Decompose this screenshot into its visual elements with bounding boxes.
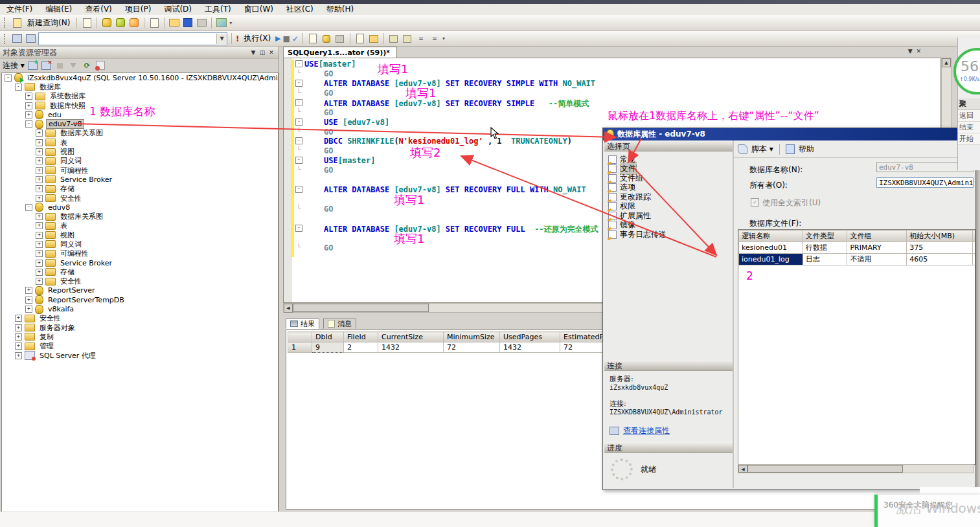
tree-item-服务器对象[interactable]: +服务器对象 xyxy=(2,323,278,332)
tree-item-同义词[interactable]: +同义词 xyxy=(2,157,278,166)
tree-item-管理[interactable]: +管理 xyxy=(2,342,278,351)
results-grid[interactable]: DbIdFileIdCurrentSizeMinimumSizeUsedPage… xyxy=(288,331,630,353)
expand-icon[interactable]: + xyxy=(25,111,32,118)
expand-icon[interactable]: + xyxy=(36,167,43,174)
query-options-icon[interactable] xyxy=(307,33,319,44)
expand-icon[interactable]: + xyxy=(25,306,32,313)
tree-item-service-broker[interactable]: +Service Broker xyxy=(2,258,278,267)
expand-icon[interactable]: + xyxy=(36,250,43,257)
expand-icon[interactable]: + xyxy=(36,213,43,220)
files-column-header[interactable]: 逻辑名称 xyxy=(739,230,803,242)
script-button[interactable]: 脚本 ▾ xyxy=(751,144,773,155)
menu-item[interactable]: 社区(C) xyxy=(280,3,320,16)
fold-icon[interactable]: - xyxy=(295,60,302,67)
tree-item-表[interactable]: +表 xyxy=(2,221,278,230)
files-column-header[interactable]: 文件组 xyxy=(847,230,907,242)
tree-item-sql-server-代理[interactable]: +SQL Server 代理 xyxy=(2,351,278,360)
files-column-header[interactable]: 自动增长 xyxy=(972,230,975,242)
tree-item-存储[interactable]: +存储 xyxy=(2,185,278,194)
expand-icon[interactable]: + xyxy=(36,139,43,146)
save-icon[interactable] xyxy=(182,17,194,28)
results-column-header[interactable]: FileId xyxy=(344,332,378,342)
expand-icon[interactable]: + xyxy=(25,93,32,100)
expand-icon[interactable]: + xyxy=(36,269,43,276)
results-tab[interactable]: 结果 xyxy=(286,319,319,329)
expand-icon[interactable]: + xyxy=(25,102,32,109)
toolbar-overflow-chevron[interactable]: ▾ xyxy=(442,36,445,41)
dialog-page-事务日志传送[interactable]: 事务日志传送 xyxy=(606,230,731,240)
results-row[interactable]: 192143272143272 xyxy=(288,342,630,353)
fold-icon[interactable]: - xyxy=(295,80,302,87)
tree-item-eduv8[interactable]: -eduv8 xyxy=(2,203,278,212)
stop-icon[interactable]: ■ xyxy=(283,34,290,43)
expand-icon[interactable]: + xyxy=(15,315,22,322)
tree-item-安全性[interactable]: +安全性 xyxy=(2,194,278,203)
panel-dropdown-icon[interactable]: ▼ xyxy=(249,49,258,56)
panel-close-icon[interactable]: ✕ xyxy=(267,49,276,56)
files-grid-horizontal-scrollbar[interactable]: ◀ xyxy=(738,464,974,473)
expand-icon[interactable]: - xyxy=(25,120,32,128)
fold-icon[interactable]: - xyxy=(295,225,302,232)
menu-item[interactable]: 查看(V) xyxy=(78,3,119,16)
new-document-icon[interactable] xyxy=(148,17,160,28)
view-connection-properties-link[interactable]: 查看连接属性 xyxy=(623,427,670,435)
messages-tab[interactable]: 消息 xyxy=(323,319,356,329)
tree-item-数据库快照[interactable]: +数据库快照 xyxy=(2,101,278,110)
comment-icon[interactable] xyxy=(388,33,400,44)
results-column-header[interactable]: DbId xyxy=(312,332,344,342)
tree-item-视图[interactable]: +视图 xyxy=(2,147,278,156)
database-query-icon[interactable] xyxy=(101,17,113,28)
toolbar-overflow-chevron[interactable]: ▾ xyxy=(229,20,232,26)
connect-icon[interactable] xyxy=(11,33,23,44)
results-file-icon[interactable] xyxy=(368,33,380,44)
owner-input[interactable]: IZSXKDB8VUX4QUZ\Administrator xyxy=(876,177,974,188)
tree-item-存储[interactable]: +存储 xyxy=(2,267,278,276)
parse-icon[interactable]: ✓ xyxy=(292,34,299,43)
debug-icon[interactable]: ▶ xyxy=(275,34,280,43)
results-text-icon[interactable] xyxy=(354,33,366,44)
tree-item-复制[interactable]: +复制 xyxy=(2,332,278,341)
tree-item-安全性[interactable]: +安全性 xyxy=(2,277,278,286)
activity-monitor-icon[interactable] xyxy=(216,17,227,28)
results-column-header[interactable]: UsedPages xyxy=(500,332,560,342)
expand-icon[interactable]: + xyxy=(36,148,43,155)
dialog-titlebar[interactable]: 数据库属性 - eduv7-v8 xyxy=(603,128,975,140)
uncomment-icon[interactable] xyxy=(402,33,413,44)
expand-icon[interactable]: + xyxy=(15,324,22,331)
expand-icon[interactable]: + xyxy=(15,342,22,350)
help-button[interactable]: 帮助 xyxy=(799,144,814,155)
query-tab[interactable]: SQLQuery1.s...ator (59))* xyxy=(283,47,397,58)
results-grid-icon[interactable] xyxy=(334,33,346,44)
tree-item-izsxkdb8vux4quz-(sql-ser[interactable]: -iZsxkdb8vux4quZ (SQL Server 10.50.1600 … xyxy=(2,73,278,82)
menu-item[interactable]: 帮助(H) xyxy=(320,3,360,16)
intellisense-icon[interactable] xyxy=(321,33,332,44)
expand-icon[interactable]: + xyxy=(25,287,32,294)
fold-icon[interactable]: - xyxy=(295,99,302,106)
tree-item-数据库关系图[interactable]: +数据库关系图 xyxy=(2,212,278,221)
xmla-query-icon[interactable] xyxy=(128,17,140,28)
database-combobox[interactable]: ▼ xyxy=(38,32,227,45)
menu-item[interactable]: 窗口(W) xyxy=(238,3,280,16)
open-file-icon[interactable] xyxy=(168,17,180,28)
tree-item-reportserver[interactable]: +ReportServer xyxy=(2,286,278,295)
tree-item-可编程性[interactable]: +可编程性 xyxy=(2,249,278,258)
files-column-header[interactable]: 初始大小(MB) xyxy=(907,230,972,242)
results-column-header[interactable]: MinimumSize xyxy=(444,332,500,342)
expand-icon[interactable]: - xyxy=(5,74,12,82)
tab-close-icon[interactable]: ✕ xyxy=(916,48,921,54)
tree-item-系统数据库[interactable]: +系统数据库 xyxy=(2,92,278,101)
tree-item-reportservertempdb[interactable]: +ReportServerTempDB xyxy=(2,295,278,304)
expand-icon[interactable]: + xyxy=(36,260,43,267)
expand-icon[interactable]: + xyxy=(36,157,43,164)
expand-icon[interactable]: + xyxy=(36,176,43,183)
expand-icon[interactable]: + xyxy=(36,185,43,192)
tree-item-可编程性[interactable]: +可编程性 xyxy=(2,166,278,175)
results-column-header[interactable]: CurrentSize xyxy=(378,332,444,342)
expand-icon[interactable]: - xyxy=(25,204,32,211)
file-row[interactable]: ionedu01_log日志不适用4605增量为 10%，增长 xyxy=(739,254,976,265)
outdent-icon[interactable]: ≡ xyxy=(429,33,440,44)
tree-item-v8kaifa[interactable]: +v8kaifa xyxy=(2,304,278,313)
indent-icon[interactable]: ≡ xyxy=(415,33,427,44)
expand-icon[interactable]: + xyxy=(36,278,43,285)
database-files-grid[interactable]: 逻辑名称文件类型文件组初始大小(MB)自动增长kesionedu01行数据PRI… xyxy=(738,230,975,265)
